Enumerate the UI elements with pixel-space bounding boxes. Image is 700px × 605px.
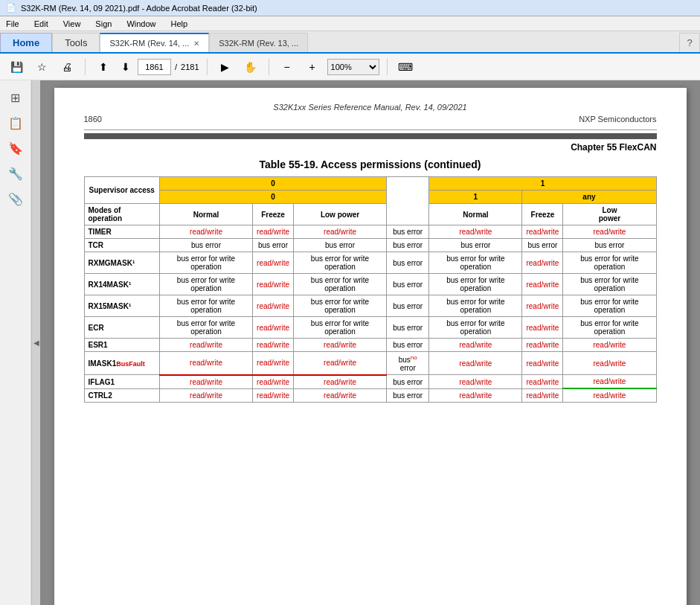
sidebar-bookmark-icon[interactable]: 🔖 [4,137,27,159]
hand-button[interactable]: ✋ [240,57,261,77]
table-cell: bus error for write operation [429,252,522,274]
table-cell: read/write [253,352,294,375]
zoom-in-button[interactable]: + [302,57,323,77]
sidebar-home-icon[interactable]: ⊞ [4,86,27,109]
table-cell: read/write [253,317,294,339]
zoom-select[interactable]: 100% 75% 125% 150% [327,59,379,75]
table-cell: read/write [429,375,522,389]
table-cell: busno error [387,352,429,375]
table-cell: bus error for write operation [293,274,386,295]
menu-sign[interactable]: Sign [92,19,115,28]
table-cell: bus error [387,388,429,403]
divider-thin [84,129,657,130]
table-cell: bus error [293,239,386,252]
tab-doc1[interactable]: S32K-RM (Rev. 14, ... ✕ [100,33,209,52]
col1-header: 1 [429,177,656,191]
table-cell: read/write [159,225,252,239]
zoom-out-button[interactable]: − [277,57,298,77]
page-number: 1860 [84,115,102,124]
lowpower2-col: Lowpower [563,204,656,225]
sep4 [387,59,388,75]
table-cell: read/write [429,225,522,239]
table-cell: bus error for write operation [293,295,386,317]
table-cell: bus error for write operation [159,274,252,295]
tab-home-label: Home [13,37,39,48]
table-cell: bus error [387,295,429,317]
tab-doc1-close[interactable]: ✕ [193,39,199,48]
table-cell: read/write [429,352,522,375]
table-cell: read/write [522,274,563,295]
tab-doc2-label: S32K-RM (Rev. 13, ... [219,39,298,48]
tab-help[interactable]: ? [679,33,700,52]
table-cell: read/write [253,225,294,239]
table-row-name: IMASK1BusFault [84,352,159,375]
table-cell: bus error [563,239,656,252]
nav-group: ⬆ ⬇ 1861 / 2181 [93,57,199,77]
tab-tools[interactable]: Tools [52,33,100,52]
table-cell: read/write [522,339,563,352]
cursor-button[interactable]: ▶ [215,57,236,77]
access-table: Supervisor access 0 1 0 1 any Modes of o… [84,176,657,403]
table-cell: bus error for write operation [563,295,656,317]
titlebar: 📄 S32K-RM (Rev. 14, 09 2021).pdf - Adobe… [0,0,700,16]
table-cell: read/write [563,352,656,375]
print-button[interactable]: 🖨 [57,57,77,77]
prev-page-button[interactable]: ⬆ [93,57,114,77]
table-cell: read/write [522,352,563,375]
tab-tools-label: Tools [65,37,87,48]
tab-home[interactable]: Home [0,33,52,52]
sub1-header: 1 [429,191,522,204]
collapse-handle[interactable]: ◀ [31,80,40,605]
table-cell: bus error for write operation [159,252,252,274]
menu-file[interactable]: File [3,19,22,28]
divider-thick [84,133,657,139]
table-cell: read/write [522,225,563,239]
table-cell: bus error [387,274,429,295]
menu-view[interactable]: View [60,19,84,28]
table-cell: bus error [429,239,522,252]
menu-edit[interactable]: Edit [31,19,51,28]
page-input[interactable]: 1861 [138,59,171,75]
table-cell: read/write [253,339,294,352]
sidebar-tools-icon[interactable]: 🔧 [4,162,27,185]
table-cell: bus error for write operation [293,252,386,274]
tab-doc2[interactable]: S32K-RM (Rev. 13, ... [209,33,308,52]
page-separator: / [175,63,177,71]
table-cell: read/write [159,375,252,389]
menu-help[interactable]: Help [168,19,191,28]
table-row-name: RX14MASK¹ [84,274,159,295]
table-cell: read/write [563,388,656,403]
subany-header: any [522,191,656,204]
table-cell: bus error for write operation [429,274,522,295]
table-cell: read/write [253,295,294,317]
table-body: TIMERread/writeread/writeread/writebus e… [84,225,656,403]
table-cell: read/write [159,388,252,403]
table-cell: bus error for write operation [429,295,522,317]
table-cell: read/write [522,252,563,274]
table-cell: bus error [387,239,429,252]
table-row-name: TCR [84,239,159,252]
table-row-name: CTRL2 [84,388,159,403]
table-cell: read/write [293,225,386,239]
next-page-button[interactable]: ⬇ [115,57,136,77]
table-cell: read/write [253,388,294,403]
sidebar-attachment-icon[interactable]: 📎 [4,188,27,210]
keyboard-button[interactable]: ⌨ [395,57,416,77]
table-cell: read/write [429,388,522,403]
page-header: S32K1xx Series Reference Manual, Rev. 14… [84,103,657,112]
bookmark-button[interactable]: ☆ [31,57,52,77]
table-cell: read/write [293,339,386,352]
table-cell: bus error for write operation [429,317,522,339]
menu-window[interactable]: Window [123,19,158,28]
sidebar: ⊞ 📋 🔖 🔧 📎 [0,80,31,605]
col0-header: 0 [159,177,386,191]
sep3 [269,59,269,75]
table-cell: bus error [387,317,429,339]
sidebar-pages-icon[interactable]: 📋 [4,112,27,134]
table-cell: bus error [387,225,429,239]
table-cell: read/write [563,339,656,352]
table-cell: read/write [293,352,386,375]
toolbar: 💾 ☆ 🖨 ⬆ ⬇ 1861 / 2181 ▶ ✋ − + 100% 75% 1… [0,54,700,80]
pdf-content[interactable]: S32K1xx Series Reference Manual, Rev. 14… [40,80,700,605]
save-button[interactable]: 💾 [6,57,27,77]
